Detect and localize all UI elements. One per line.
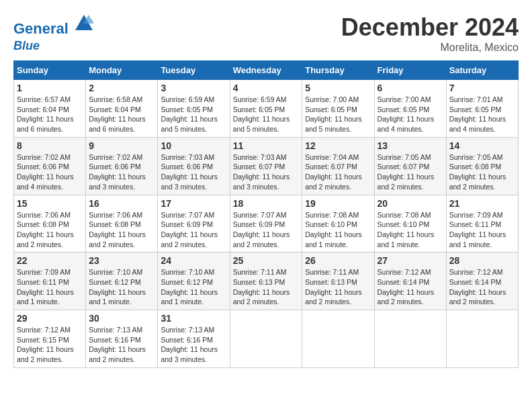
- calendar-cell: 4Sunrise: 6:59 AMSunset: 6:05 PMDaylight…: [230, 80, 302, 138]
- calendar-cell: 24Sunrise: 7:10 AMSunset: 6:12 PMDayligh…: [158, 253, 230, 310]
- calendar-cell: 5Sunrise: 7:00 AMSunset: 6:05 PMDaylight…: [302, 80, 374, 138]
- day-info: Sunrise: 7:09 AMSunset: 6:11 PMDaylight:…: [17, 267, 83, 307]
- calendar: SundayMondayTuesdayWednesdayThursdayFrid…: [13, 60, 519, 368]
- day-number: 22: [17, 255, 83, 266]
- calendar-cell: 27Sunrise: 7:12 AMSunset: 6:14 PMDayligh…: [374, 253, 446, 310]
- day-info: Sunrise: 7:10 AMSunset: 6:12 PMDaylight:…: [89, 267, 154, 307]
- day-number: 31: [161, 313, 226, 324]
- day-info: Sunrise: 7:05 AMSunset: 6:07 PMDaylight:…: [378, 152, 443, 192]
- location: Morelita, Mexico: [341, 42, 519, 54]
- calendar-cell: 30Sunrise: 7:13 AMSunset: 6:16 PMDayligh…: [86, 310, 158, 368]
- day-info: Sunrise: 7:07 AMSunset: 6:09 PMDaylight:…: [161, 210, 226, 250]
- calendar-cell: 18Sunrise: 7:07 AMSunset: 6:09 PMDayligh…: [230, 195, 302, 253]
- day-info: Sunrise: 6:57 AMSunset: 6:04 PMDaylight:…: [17, 95, 83, 134]
- title-block: December 2024 Morelita, Mexico: [341, 13, 519, 54]
- calendar-cell: 31Sunrise: 7:13 AMSunset: 6:16 PMDayligh…: [158, 310, 230, 368]
- calendar-week-3: 15Sunrise: 7:06 AMSunset: 6:08 PMDayligh…: [14, 195, 519, 253]
- day-info: Sunrise: 7:13 AMSunset: 6:16 PMDaylight:…: [89, 325, 154, 365]
- day-info: Sunrise: 6:59 AMSunset: 6:05 PMDaylight:…: [233, 95, 300, 134]
- logo-text: General: [13, 13, 94, 37]
- calendar-cell: [230, 310, 302, 368]
- day-info: Sunrise: 6:59 AMSunset: 6:05 PMDaylight:…: [161, 95, 226, 134]
- day-number: 29: [17, 313, 83, 324]
- day-number: 16: [89, 198, 154, 209]
- day-number: 2: [89, 83, 154, 93]
- calendar-week-2: 8Sunrise: 7:02 AMSunset: 6:06 PMDaylight…: [14, 137, 519, 195]
- day-info: Sunrise: 7:11 AMSunset: 6:13 PMDaylight:…: [233, 267, 300, 307]
- day-number: 23: [89, 255, 154, 266]
- day-info: Sunrise: 6:58 AMSunset: 6:04 PMDaylight:…: [89, 95, 154, 134]
- day-number: 12: [305, 140, 371, 151]
- day-info: Sunrise: 7:12 AMSunset: 6:14 PMDaylight:…: [378, 267, 443, 307]
- calendar-cell: 9Sunrise: 7:02 AMSunset: 6:06 PMDaylight…: [86, 137, 158, 195]
- day-number: 20: [378, 198, 443, 209]
- calendar-cell: 13Sunrise: 7:05 AMSunset: 6:07 PMDayligh…: [374, 137, 446, 195]
- calendar-cell: 20Sunrise: 7:08 AMSunset: 6:10 PMDayligh…: [374, 195, 446, 253]
- day-info: Sunrise: 7:12 AMSunset: 6:14 PMDaylight:…: [449, 267, 515, 307]
- calendar-cell: 26Sunrise: 7:11 AMSunset: 6:13 PMDayligh…: [302, 253, 374, 310]
- calendar-cell: 21Sunrise: 7:09 AMSunset: 6:11 PMDayligh…: [446, 195, 518, 253]
- calendar-cell: 11Sunrise: 7:03 AMSunset: 6:07 PMDayligh…: [230, 137, 302, 195]
- day-info: Sunrise: 7:03 AMSunset: 6:06 PMDaylight:…: [161, 152, 226, 192]
- day-info: Sunrise: 7:03 AMSunset: 6:07 PMDaylight:…: [233, 152, 300, 192]
- calendar-cell: 7Sunrise: 7:01 AMSunset: 6:05 PMDaylight…: [446, 80, 518, 138]
- day-number: 19: [305, 198, 371, 209]
- logo: General Blue: [13, 13, 94, 53]
- day-number: 1: [17, 83, 83, 93]
- calendar-week-4: 22Sunrise: 7:09 AMSunset: 6:11 PMDayligh…: [14, 253, 519, 310]
- calendar-cell: [302, 310, 374, 368]
- day-number: 17: [161, 198, 226, 209]
- calendar-header-row: SundayMondayTuesdayWednesdayThursdayFrid…: [14, 61, 519, 80]
- day-info: Sunrise: 7:05 AMSunset: 6:08 PMDaylight:…: [449, 152, 515, 192]
- calendar-cell: 12Sunrise: 7:04 AMSunset: 6:07 PMDayligh…: [302, 137, 374, 195]
- day-number: 26: [305, 255, 371, 266]
- day-number: 9: [89, 140, 154, 151]
- calendar-cell: 6Sunrise: 7:00 AMSunset: 6:05 PMDaylight…: [374, 80, 446, 138]
- day-number: 21: [449, 198, 515, 209]
- header-wednesday: Wednesday: [230, 61, 302, 80]
- page-header: General Blue December 2024 Morelita, Mex…: [13, 13, 519, 54]
- calendar-cell: 8Sunrise: 7:02 AMSunset: 6:06 PMDaylight…: [14, 137, 86, 195]
- day-number: 3: [161, 83, 226, 93]
- day-info: Sunrise: 7:00 AMSunset: 6:05 PMDaylight:…: [305, 95, 371, 134]
- month-title: December 2024: [341, 13, 519, 42]
- day-number: 10: [161, 140, 226, 151]
- day-number: 18: [233, 198, 300, 209]
- header-friday: Friday: [374, 61, 446, 80]
- day-number: 7: [449, 83, 515, 93]
- day-info: Sunrise: 7:12 AMSunset: 6:15 PMDaylight:…: [17, 325, 83, 365]
- calendar-cell: 17Sunrise: 7:07 AMSunset: 6:09 PMDayligh…: [158, 195, 230, 253]
- day-info: Sunrise: 7:10 AMSunset: 6:12 PMDaylight:…: [161, 267, 226, 307]
- day-number: 14: [449, 140, 515, 151]
- calendar-cell: 1Sunrise: 6:57 AMSunset: 6:04 PMDaylight…: [14, 80, 86, 138]
- day-info: Sunrise: 7:02 AMSunset: 6:06 PMDaylight:…: [89, 152, 154, 192]
- calendar-cell: 25Sunrise: 7:11 AMSunset: 6:13 PMDayligh…: [230, 253, 302, 310]
- logo-icon: [74, 13, 94, 34]
- calendar-cell: 29Sunrise: 7:12 AMSunset: 6:15 PMDayligh…: [14, 310, 86, 368]
- day-info: Sunrise: 7:11 AMSunset: 6:13 PMDaylight:…: [305, 267, 371, 307]
- calendar-cell: 14Sunrise: 7:05 AMSunset: 6:08 PMDayligh…: [446, 137, 518, 195]
- day-info: Sunrise: 7:00 AMSunset: 6:05 PMDaylight:…: [378, 95, 443, 134]
- calendar-cell: 15Sunrise: 7:06 AMSunset: 6:08 PMDayligh…: [14, 195, 86, 253]
- day-info: Sunrise: 7:04 AMSunset: 6:07 PMDaylight:…: [305, 152, 371, 192]
- day-info: Sunrise: 7:02 AMSunset: 6:06 PMDaylight:…: [17, 152, 83, 192]
- calendar-cell: [446, 310, 518, 368]
- calendar-cell: 28Sunrise: 7:12 AMSunset: 6:14 PMDayligh…: [446, 253, 518, 310]
- day-number: 8: [17, 140, 83, 151]
- day-number: 30: [89, 313, 154, 324]
- calendar-cell: 22Sunrise: 7:09 AMSunset: 6:11 PMDayligh…: [14, 253, 86, 310]
- day-info: Sunrise: 7:07 AMSunset: 6:09 PMDaylight:…: [233, 210, 300, 250]
- day-number: 27: [378, 255, 443, 266]
- calendar-cell: 16Sunrise: 7:06 AMSunset: 6:08 PMDayligh…: [86, 195, 158, 253]
- day-number: 15: [17, 198, 83, 209]
- day-number: 25: [233, 255, 300, 266]
- calendar-cell: 23Sunrise: 7:10 AMSunset: 6:12 PMDayligh…: [86, 253, 158, 310]
- day-info: Sunrise: 7:06 AMSunset: 6:08 PMDaylight:…: [17, 210, 83, 250]
- header-thursday: Thursday: [302, 61, 374, 80]
- day-info: Sunrise: 7:08 AMSunset: 6:10 PMDaylight:…: [305, 210, 371, 250]
- calendar-cell: [374, 310, 446, 368]
- header-tuesday: Tuesday: [158, 61, 230, 80]
- logo-line2: Blue: [13, 37, 94, 53]
- header-saturday: Saturday: [446, 61, 518, 80]
- calendar-cell: 2Sunrise: 6:58 AMSunset: 6:04 PMDaylight…: [86, 80, 158, 138]
